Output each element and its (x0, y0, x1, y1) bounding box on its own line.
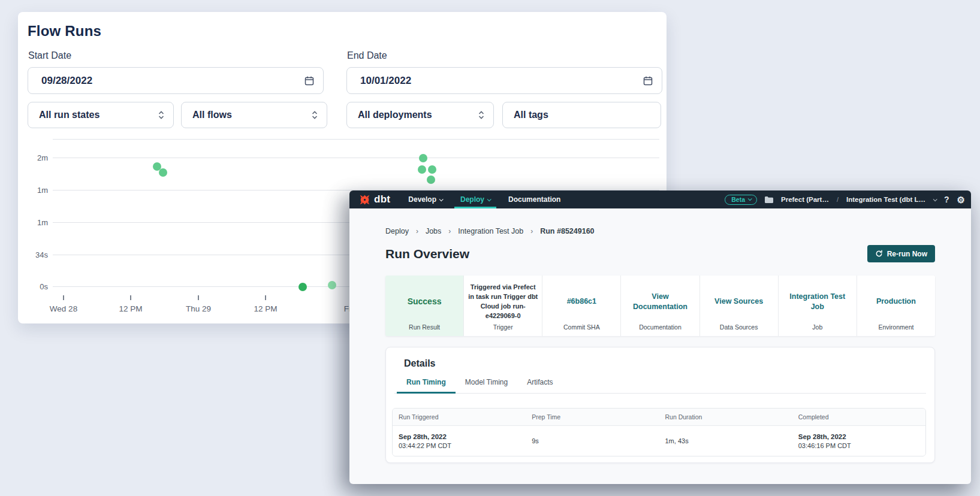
refresh-icon (875, 250, 883, 258)
col-completed: Completed (792, 413, 925, 421)
breadcrumb-deploy[interactable]: Deploy (385, 227, 409, 235)
chevron-down-icon (748, 196, 752, 201)
card-job: Integration Test Job Job (778, 276, 857, 336)
x-axis-tick-label: Thu 29 (186, 304, 211, 313)
dbt-brand-text: dbt (374, 193, 390, 205)
flow-run-dot[interactable] (418, 165, 426, 174)
rerun-now-button[interactable]: Re-run Now (867, 245, 935, 262)
y-axis-tick-label: 0s (22, 282, 48, 291)
nav-item-develop[interactable]: Develop (408, 190, 442, 208)
run-overview-cards: Success Run Result Triggered via Prefect… (385, 276, 935, 336)
path-separator: / (837, 196, 839, 203)
card-label: Data Sources (720, 323, 758, 331)
chevron-down-icon (439, 197, 444, 201)
flow-run-dot[interactable] (159, 168, 167, 177)
flow-run-dot[interactable] (328, 281, 336, 289)
commit-sha-link[interactable]: #6b86c1 (567, 280, 596, 323)
details-title: Details (404, 358, 934, 369)
breadcrumb-jobs[interactable]: Jobs (426, 227, 441, 235)
details-tabs: Run Timing Model Timing Artifacts (394, 378, 926, 394)
x-axis-tick-label: Wed 28 (50, 304, 77, 313)
breadcrumb-job-name[interactable]: Integration Test Job (458, 227, 523, 235)
tab-model-timing[interactable]: Model Timing (456, 378, 517, 394)
run-timing-table: Run Triggered Prep Time Run Duration Com… (392, 408, 926, 456)
view-sources-link[interactable]: View Sources (714, 280, 763, 323)
flow-run-dot[interactable] (427, 176, 435, 184)
project-name[interactable]: Integration Test (dbt L… (846, 196, 925, 203)
view-documentation-link[interactable]: View Documentation (625, 280, 695, 323)
x-axis-tick (130, 295, 131, 300)
breadcrumb: Deploy › Jobs › Integration Test Job › R… (385, 227, 935, 235)
card-data-sources: View Sources Data Sources (699, 276, 778, 336)
dbt-cloud-window: dbt Develop Deploy Documentation Beta Pr… (349, 190, 971, 484)
chevron-down-icon (487, 197, 491, 201)
breadcrumb-separator: › (448, 227, 451, 235)
card-documentation: View Documentation Documentation (620, 276, 699, 336)
cell-completed: Sep 28th, 2022 03:46:16 PM CDT (792, 433, 925, 449)
card-label: Job (812, 323, 822, 331)
card-label: Trigger (493, 323, 513, 331)
account-name[interactable]: Prefect (Part… (781, 196, 829, 203)
x-axis-tick-label: 12 PM (119, 304, 142, 313)
y-axis-tick-label: 1m (22, 218, 48, 227)
details-card: Details Run Timing Model Timing Artifact… (385, 347, 935, 463)
tab-artifacts[interactable]: Artifacts (517, 378, 562, 394)
flow-run-dot[interactable] (419, 154, 427, 162)
col-run-triggered: Run Triggered (393, 413, 526, 421)
grid-line (53, 158, 659, 158)
page-title: Run Overview (385, 247, 469, 261)
folder-icon (765, 196, 773, 203)
col-prep-time: Prep Time (526, 413, 659, 421)
chevron-down-icon[interactable] (933, 197, 937, 201)
y-axis-tick-label: 2m (22, 153, 48, 162)
card-environment: Production Environment (857, 276, 935, 336)
job-link[interactable]: Integration Test Job (783, 280, 852, 323)
x-axis-tick (265, 295, 266, 300)
help-icon[interactable]: ? (944, 195, 949, 204)
cell-prep-time: 9s (526, 437, 659, 444)
y-axis-tick-label: 34s (22, 250, 48, 259)
card-commit-sha: #6b86c1 Commit SHA (542, 276, 620, 336)
beta-toggle[interactable]: Beta (725, 195, 757, 205)
nav-item-deploy[interactable]: Deploy (460, 190, 490, 208)
table-header-row: Run Triggered Prep Time Run Duration Com… (393, 409, 925, 426)
dbt-top-nav: dbt Develop Deploy Documentation Beta Pr… (349, 190, 971, 208)
x-axis-tick (63, 295, 64, 300)
nav-item-documentation[interactable]: Documentation (508, 190, 560, 208)
dbt-logo[interactable]: dbt (359, 193, 390, 205)
card-label: Commit SHA (563, 323, 600, 331)
card-label: Documentation (639, 323, 682, 331)
tab-run-timing[interactable]: Run Timing (397, 378, 456, 394)
card-trigger: Triggered via Prefect in task run Trigge… (463, 276, 542, 336)
grid-line (53, 139, 659, 140)
col-run-duration: Run Duration (659, 413, 792, 421)
run-result-value: Success (408, 280, 442, 323)
card-label: Environment (878, 323, 913, 331)
breadcrumb-separator: › (530, 227, 533, 235)
flow-run-dot[interactable] (428, 165, 436, 174)
card-run-result: Success Run Result (385, 276, 463, 336)
environment-link[interactable]: Production (876, 280, 916, 323)
cell-run-duration: 1m, 43s (659, 437, 792, 444)
trigger-value: Triggered via Prefect in task run Trigge… (468, 280, 538, 323)
table-row: Sep 28th, 2022 03:44:22 PM CDT 9s 1m, 43… (393, 426, 925, 456)
cell-run-triggered: Sep 28th, 2022 03:44:22 PM CDT (393, 433, 526, 449)
y-axis-tick-label: 1m (22, 186, 48, 195)
breadcrumb-separator: › (416, 227, 418, 235)
breadcrumb-run-id: Run #85249160 (540, 227, 594, 235)
x-axis-tick-label: 12 PM (254, 304, 277, 313)
flow-run-dot[interactable] (298, 283, 307, 291)
card-label: Run Result (409, 323, 440, 331)
dbt-logo-icon (359, 194, 370, 205)
gear-icon[interactable]: ⚙ (957, 195, 965, 204)
x-axis-tick (198, 295, 199, 300)
